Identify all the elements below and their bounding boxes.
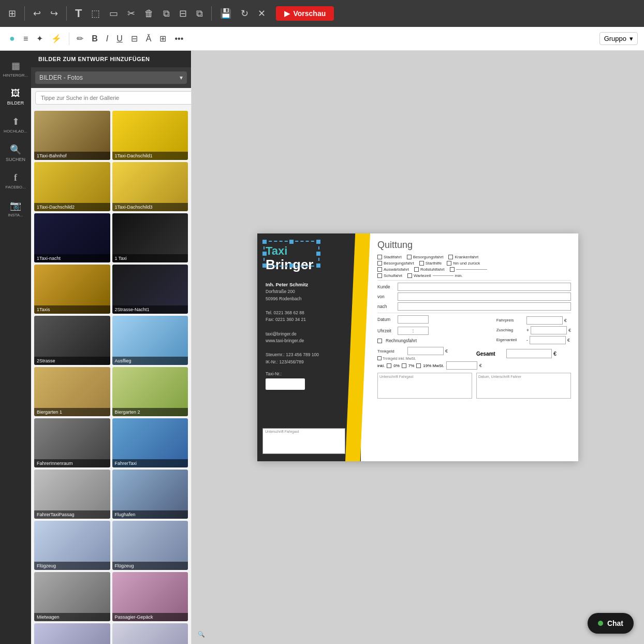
datum-input[interactable] xyxy=(398,315,429,324)
zuschlag-input[interactable] xyxy=(531,326,567,334)
justify-icon[interactable]: ⊟ xyxy=(128,32,141,46)
preview-button[interactable]: ▶ Vorschau xyxy=(276,6,334,21)
image-thumb-19[interactable]: Passagier-Gepäck xyxy=(112,572,188,621)
image-thumb-18[interactable]: Mietwagen xyxy=(34,572,110,621)
align-text-icon[interactable]: ≡ xyxy=(20,32,31,46)
sidebar-item-instagram[interactable]: 📷 INSTA... xyxy=(2,196,29,222)
group-dropdown[interactable]: Gruppo ▾ xyxy=(599,32,638,45)
sidebar-item-hochladen[interactable]: ⬆ HOCHLAD... xyxy=(2,112,29,138)
nach-input[interactable] xyxy=(398,302,571,311)
handle-tr[interactable] xyxy=(316,240,320,244)
gallery-search-input[interactable] xyxy=(35,91,192,105)
signature-row: Unterschrift Fahrgast Datum, Unterschrif… xyxy=(377,373,571,399)
eigenanteil-input[interactable] xyxy=(530,336,566,344)
bold-icon[interactable]: B xyxy=(89,32,101,46)
image-thumb-13[interactable]: FahrerTaxi xyxy=(112,418,188,467)
redo-icon[interactable]: ↪ xyxy=(47,6,61,21)
image-thumb-2[interactable]: 1Taxi-Dachschild2 xyxy=(34,162,110,211)
image-thumb-5[interactable]: 1 Taxi xyxy=(112,213,188,262)
align-icon[interactable]: ⊟ xyxy=(176,6,190,21)
trinkgeld-input[interactable] xyxy=(407,347,444,355)
eigenanteil-minus: - xyxy=(526,338,528,343)
zoom-indicator[interactable]: 🔍 xyxy=(198,631,205,638)
layers-icon[interactable]: ⧉ xyxy=(193,6,206,21)
close-icon[interactable]: ✕ xyxy=(255,6,269,21)
pen-icon[interactable]: ✏ xyxy=(74,32,86,46)
image-thumb-15[interactable]: Flughafen xyxy=(112,470,188,519)
image-thumb-6[interactable]: 1Taxis xyxy=(34,265,110,314)
undo-icon[interactable]: ↩ xyxy=(30,6,44,21)
image-thumb-9[interactable]: Ausflieg xyxy=(112,316,188,365)
font-size-icon[interactable]: Ā xyxy=(143,32,155,46)
gesamt-input[interactable] xyxy=(506,349,552,358)
image-thumb-10[interactable]: Biergarten 1 xyxy=(34,367,110,416)
cb-wartezeit-box[interactable] xyxy=(407,273,412,278)
cb-rollstuhlfahrt-label: Rollstuhlfahrt xyxy=(420,267,445,272)
crop-icon[interactable]: ⊞ xyxy=(156,32,169,46)
text-icon[interactable]: T xyxy=(72,5,85,22)
qr-icon[interactable]: ⊞ xyxy=(5,6,19,21)
sidebar-item-hintergrund[interactable]: ▦ HINTERGR... xyxy=(2,56,29,82)
image-thumb-14[interactable]: FahrerTaxiPassag xyxy=(34,470,110,519)
cb-krankenfahrt-box[interactable] xyxy=(448,255,453,259)
underline-icon[interactable]: U xyxy=(113,32,126,46)
cb-rollstuhlfahrt-box[interactable] xyxy=(414,267,419,272)
cb-stadtfahrt-box[interactable] xyxy=(377,255,382,259)
panel-search-row: BILDER - Fotos ▾ xyxy=(31,67,191,88)
lightning-icon[interactable]: ⚡ xyxy=(48,32,65,46)
image-thumb-1[interactable]: 1Taxi-Dachschild1 xyxy=(112,111,188,160)
image-thumb-7[interactable]: 2Strasse-Nacht1 xyxy=(112,265,188,314)
cb-hinundzurueck-box[interactable] xyxy=(447,261,451,266)
image-thumb-11[interactable]: Biergarten 2 xyxy=(112,367,188,416)
handle-tm[interactable] xyxy=(289,240,294,244)
cb-mwst-19[interactable] xyxy=(416,363,421,368)
checkboxes-row-2: Besorgungsfahrt Starthilfe hin und zurüc… xyxy=(377,261,571,266)
sidebar-item-bilder[interactable]: 🖼 BILDER xyxy=(2,84,29,110)
sidebar-item-facebook[interactable]: f FACEBO... xyxy=(2,168,29,194)
cb-rechnungsfahrt-box[interactable] xyxy=(377,339,382,343)
cb-mwst-0[interactable] xyxy=(387,363,391,368)
cb-trinkgeld-inkl[interactable] xyxy=(377,356,382,360)
taxi-nr-input[interactable] xyxy=(266,378,305,390)
cb-besorgungsfahrt-box[interactable] xyxy=(377,261,382,266)
uhrzeit-input[interactable]: : xyxy=(398,327,429,335)
cb-schulfahrt-box[interactable] xyxy=(377,273,382,278)
image-thumb-16[interactable]: Flügzeug xyxy=(34,521,110,570)
unterschrift-fahrgast-label: Unterschrift Fahrgast xyxy=(263,429,345,434)
cb-mwst-7[interactable] xyxy=(402,363,406,368)
image-thumb-17[interactable]: Flügzeug xyxy=(112,521,188,570)
color-icon[interactable]: ● xyxy=(6,31,18,46)
italic-icon[interactable]: I xyxy=(103,32,111,46)
image-thumb-8[interactable]: 2Strasse xyxy=(34,316,110,365)
chat-button[interactable]: Chat xyxy=(588,613,634,634)
von-input[interactable] xyxy=(398,292,571,301)
image-thumb-3[interactable]: 1Taxi-Dachschild3 xyxy=(112,162,188,211)
cb-kurierfahrt-box[interactable] xyxy=(407,255,412,259)
receipt-design: Taxi Bringer Inh. Peter Schmitz Dorfstra… xyxy=(257,233,578,461)
save-icon[interactable]: 💾 xyxy=(217,6,235,21)
delete-icon[interactable]: 🗑 xyxy=(141,6,157,21)
image-thumb-0[interactable]: 1Taxi-Bahnhof xyxy=(34,111,110,160)
bilder-type-dropdown[interactable]: BILDER - Fotos ▾ xyxy=(35,71,187,84)
refresh-icon[interactable]: ↻ xyxy=(238,6,252,21)
more-icon[interactable]: ••• xyxy=(171,32,186,46)
kunde-input[interactable] xyxy=(398,283,571,291)
image-thumb-4[interactable]: 1Taxi-nacht xyxy=(34,213,110,262)
canvas-area[interactable]: Taxi Bringer Inh. Peter Schmitz Dorfstra… xyxy=(192,51,644,644)
sidebar-item-suchen[interactable]: 🔍 SUCHEN xyxy=(2,140,29,166)
frame-icon[interactable]: ⬚ xyxy=(88,6,103,21)
cb-empty-box[interactable] xyxy=(450,267,455,272)
copy-icon[interactable]: ⧉ xyxy=(160,6,173,21)
cut-icon[interactable]: ✂ xyxy=(124,6,138,21)
effects-icon[interactable]: ✦ xyxy=(33,32,46,46)
mwst-input[interactable] xyxy=(446,361,477,370)
logo-taxi: Taxi xyxy=(266,245,353,257)
handle-tl[interactable] xyxy=(262,240,267,244)
cb-auswaertsfahrt-box[interactable] xyxy=(377,267,382,272)
image-thumb-21[interactable]: Passagier-Strasse2 xyxy=(112,623,188,644)
image-thumb-12[interactable]: FahrerInnenraum xyxy=(34,418,110,467)
image-thumb-20[interactable]: Passagier-Strasse xyxy=(34,623,110,644)
fahrpreis-input[interactable] xyxy=(526,316,563,325)
shape-icon[interactable]: ▭ xyxy=(106,6,121,21)
cb-starthilfe-box[interactable] xyxy=(419,261,424,266)
